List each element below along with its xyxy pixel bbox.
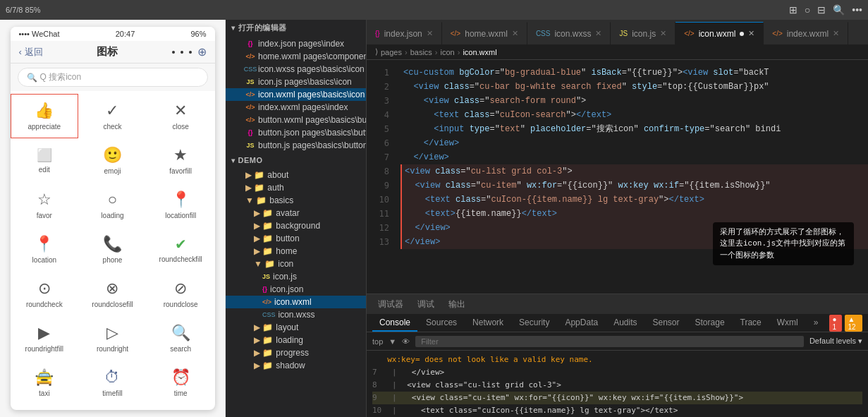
tab-index-wxml[interactable]: </> index.wxml ✕ xyxy=(764,22,848,44)
tab-close-icon-6[interactable]: ✕ xyxy=(833,29,839,38)
tree-about[interactable]: ▶ 📁 about xyxy=(226,169,366,181)
icon-item-taxi[interactable]: 🚖 taxi xyxy=(11,361,79,405)
tree-home[interactable]: ▶ 📁 home xyxy=(226,245,366,258)
tree-icon-js[interactable]: JS icon.js xyxy=(226,270,366,283)
tree-progress[interactable]: ▶ 📁 progress xyxy=(226,346,366,359)
more-icon[interactable]: ••• xyxy=(852,4,862,16)
tree-icon-folder[interactable]: ▼ 📁 icon xyxy=(226,258,366,270)
tree-loading[interactable]: ▶ 📁 loading xyxy=(226,334,366,346)
icon-item-check[interactable]: ✓ check xyxy=(78,94,147,138)
icon-item-timefill[interactable]: ⏱ timefill xyxy=(78,361,147,405)
tab-close-icon-3[interactable]: ✕ xyxy=(595,29,601,38)
icon-item-time[interactable]: ⏰ time xyxy=(147,361,215,405)
icon-item-favorfill[interactable]: ★ favorfill xyxy=(147,138,215,183)
tab-icon-js[interactable]: JS icon.js ✕ xyxy=(611,22,676,44)
demo-header[interactable]: ▾ DEMO xyxy=(226,153,366,167)
open-file-icon-wxml[interactable]: </> icon.wxml pages\basics\icon xyxy=(226,88,366,101)
icon-item-roundright[interactable]: ▷ roundright xyxy=(78,316,147,361)
icon-item-loading[interactable]: ○ loading xyxy=(78,183,147,227)
open-file-name: home.wxml pages\component\h... xyxy=(258,52,366,61)
icon-item-favor[interactable]: ☆ favor xyxy=(11,183,79,227)
toolbar-dropdown[interactable]: ▼ xyxy=(389,337,396,346)
tree-auth[interactable]: ▶ 📁 auth xyxy=(226,181,366,194)
console-top-tabs: 调试器 调试 输出 xyxy=(367,294,868,314)
breadcrumb-basics[interactable]: basics xyxy=(410,48,432,56)
tab-index-json[interactable]: {} index.json ✕ xyxy=(367,22,442,44)
demo-label: DEMO xyxy=(238,156,263,164)
open-file-home-wxml[interactable]: </> home.wxml pages\component\h... xyxy=(226,50,366,63)
open-file-icon-wxss[interactable]: CSS icon.wxss pages\basics\icon xyxy=(226,63,366,75)
icon-item-locationfill[interactable]: 📍 locationfill xyxy=(147,183,215,227)
console-tab-console[interactable]: Console xyxy=(372,315,417,332)
tree-icon-wxss[interactable]: CSS icon.wxss xyxy=(226,308,366,321)
open-file-index-wxml[interactable]: </> index.wxml pages\index xyxy=(226,101,366,114)
icon-item-roundclosefill[interactable]: ⊗ roundclosefill xyxy=(78,272,147,316)
version-info: 6/7/8 85% xyxy=(6,6,41,14)
tree-icon-wxml[interactable]: </> icon.wxml xyxy=(226,296,366,308)
icon-item-roundcheckfill[interactable]: ✔ roundcheckfill xyxy=(147,227,215,272)
tab-home-wxml[interactable]: </> home.wxml ✕ xyxy=(442,22,527,44)
circle-nav-icon[interactable]: ⊕ xyxy=(197,45,207,59)
phone-search-input[interactable]: 🔍 Q 搜索icon xyxy=(18,68,208,87)
icon-item-edit[interactable]: ⬜ edit xyxy=(11,138,79,183)
open-file-index-json[interactable]: {} index.json pages\index xyxy=(226,37,366,50)
split-icon[interactable]: ⊟ xyxy=(817,4,826,16)
console-tab-output[interactable]: 输出 xyxy=(443,296,471,313)
tree-basics[interactable]: ▼ 📁 basics xyxy=(226,194,366,207)
breadcrumb-icon-dir[interactable]: icon xyxy=(441,48,455,56)
console-tab-network[interactable]: Network xyxy=(465,315,511,332)
toolbar-top[interactable]: top xyxy=(372,337,383,346)
default-levels[interactable]: Default levels ▾ xyxy=(809,337,862,346)
tree-shadow[interactable]: ▶ 📁 shadow xyxy=(226,359,366,372)
console-tab-wxml[interactable]: Wxml xyxy=(770,315,805,332)
icon-item-search[interactable]: 🔍 search xyxy=(147,316,215,361)
console-tab-more[interactable]: » xyxy=(807,315,826,332)
layout-icon[interactable]: ⊞ xyxy=(789,4,797,16)
icon-item-emoji[interactable]: 🙂 emoji xyxy=(78,138,147,183)
code-area[interactable]: <cu-custom bgColor="bg-gradual-blue" isB… xyxy=(395,60,868,294)
icon-item-roundrightfill[interactable]: ▶ roundrightfill xyxy=(11,316,79,361)
console-tab-debugger[interactable]: 调试器 xyxy=(372,296,409,313)
console-tab-trace[interactable]: Trace xyxy=(733,315,769,332)
open-file-button-js[interactable]: JS button.js pages\basics\button xyxy=(226,139,366,152)
console-tab-debug2[interactable]: 调试 xyxy=(412,296,440,313)
icon-item-appreciate[interactable]: 👍 appreciate xyxy=(11,94,79,138)
toolbar-eye[interactable]: 👁 xyxy=(402,337,410,346)
tab-close-icon[interactable]: ✕ xyxy=(427,29,433,38)
console-tab-appdata[interactable]: AppData xyxy=(558,315,605,332)
icon-item-phone[interactable]: 📞 phone xyxy=(78,227,147,272)
tree-layout[interactable]: ▶ 📁 layout xyxy=(226,321,366,334)
open-file-name: icon.wxss pages\basics\icon xyxy=(258,64,365,74)
console-tab-sensor[interactable]: Sensor xyxy=(646,315,687,332)
roundcheckfill-icon: ✔ xyxy=(175,236,187,253)
tab-icon-wxss[interactable]: CSS icon.wxss ✕ xyxy=(527,22,611,44)
open-file-button-json[interactable]: {} button.json pages\basics\button xyxy=(226,126,366,139)
editor-breadcrumb: ⟩ pages › basics › icon › icon.wxml xyxy=(367,44,868,60)
console-tab-sources[interactable]: Sources xyxy=(419,315,464,332)
tree-button[interactable]: ▶ 📁 button xyxy=(226,232,366,245)
open-file-button-wxml[interactable]: </> button.wxml pages\basics\button xyxy=(226,114,366,126)
breadcrumb-pages[interactable]: pages xyxy=(381,48,402,56)
tree-avatar[interactable]: ▶ 📁 avatar xyxy=(226,207,366,219)
phone-back-button[interactable]: ‹ 返回 xyxy=(19,46,43,59)
tree-background[interactable]: ▶ 📁 background xyxy=(226,219,366,232)
tab-icon-wxml[interactable]: </> icon.wxml ✕ xyxy=(676,22,764,44)
console-tab-security[interactable]: Security xyxy=(512,315,556,332)
circle-icon[interactable]: ○ xyxy=(805,4,810,16)
icon-item-location[interactable]: 📍 location xyxy=(11,227,79,272)
tree-icon-json[interactable]: {} icon.json xyxy=(226,283,366,296)
tab-close-icon-2[interactable]: ✕ xyxy=(512,29,518,38)
tab-close-icon-4[interactable]: ✕ xyxy=(660,29,666,38)
breadcrumb-file[interactable]: icon.wxml xyxy=(463,48,496,56)
console-tab-storage[interactable]: Storage xyxy=(688,315,732,332)
icon-item-close[interactable]: ✕ close xyxy=(147,94,215,138)
tab-close-icon-5[interactable]: ✕ xyxy=(748,29,754,38)
code-line-5: <input type="text" placeholder="搜索icon" … xyxy=(401,122,868,136)
search-icon[interactable]: 🔍 xyxy=(833,4,845,16)
icon-item-roundclose[interactable]: ⊘ roundclose xyxy=(147,272,215,316)
open-file-icon-js[interactable]: JS icon.js pages\basics\icon xyxy=(226,75,366,88)
open-editors-header[interactable]: ▾ 打开的编辑器 xyxy=(226,20,366,36)
filter-input[interactable] xyxy=(415,336,804,347)
console-tab-audits[interactable]: Audits xyxy=(606,315,644,332)
icon-item-roundcheck[interactable]: ⊙ roundcheck xyxy=(11,272,79,316)
